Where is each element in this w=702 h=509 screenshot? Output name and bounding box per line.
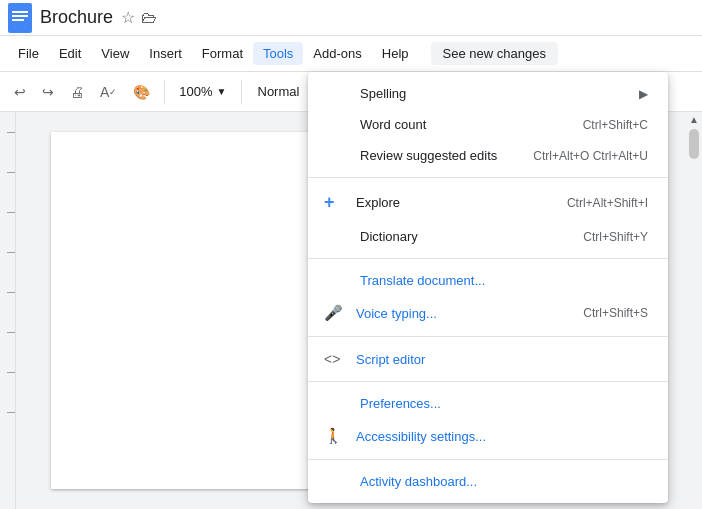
tools-dropdown-menu: Spelling ▶ Word count Ctrl+Shift+C Revie…: [308, 72, 668, 503]
scrollbar-right[interactable]: ▲: [686, 112, 702, 509]
title-icons: ☆ 🗁: [121, 8, 157, 27]
toolbar-separator-2: [241, 80, 242, 104]
spelling-label: Spelling: [360, 86, 639, 101]
menu-bar: File Edit View Insert Format Tools Add-o…: [0, 36, 702, 72]
menu-item-review[interactable]: Review suggested edits Ctrl+Alt+O Ctrl+A…: [308, 140, 668, 171]
see-new-changes-button[interactable]: See new changes: [431, 42, 558, 65]
ruler-mark-8: [7, 412, 15, 413]
review-label: Review suggested edits: [360, 148, 517, 163]
explore-icon: +: [324, 192, 348, 213]
explore-shortcut: Ctrl+Alt+Shift+I: [567, 196, 648, 210]
svg-rect-2: [12, 15, 28, 17]
doc-icon: [8, 3, 32, 33]
star-icon[interactable]: ☆: [121, 8, 135, 27]
menu-help[interactable]: Help: [372, 42, 419, 65]
dictionary-label: Dictionary: [360, 229, 567, 244]
ruler-mark-2: [7, 172, 15, 173]
undo-button[interactable]: ↩: [8, 80, 32, 104]
ruler-mark-6: [7, 332, 15, 333]
menu-edit[interactable]: Edit: [49, 42, 91, 65]
menu-item-script-editor[interactable]: <> Script editor: [308, 343, 668, 375]
activity-dashboard-label: Activity dashboard...: [360, 474, 648, 489]
review-shortcut: Ctrl+Alt+O Ctrl+Alt+U: [533, 149, 648, 163]
toolbar-separator-1: [164, 80, 165, 104]
menu-item-dictionary[interactable]: Dictionary Ctrl+Shift+Y: [308, 221, 668, 252]
document-title: Brochure: [40, 7, 113, 28]
ruler-mark-3: [7, 212, 15, 213]
accessibility-icon: 🚶: [324, 427, 348, 445]
explore-label: Explore: [356, 195, 551, 210]
paint-format-button[interactable]: 🎨: [127, 80, 156, 104]
title-bar: Brochure ☆ 🗁: [0, 0, 702, 36]
menu-file[interactable]: File: [8, 42, 49, 65]
scroll-thumb[interactable]: [689, 129, 699, 159]
word-count-label: Word count: [360, 117, 567, 132]
ruler-mark-4: [7, 252, 15, 253]
accessibility-label: Accessibility settings...: [356, 429, 648, 444]
style-dropdown[interactable]: Normal: [250, 82, 308, 101]
voice-typing-icon: 🎤: [324, 304, 348, 322]
menu-item-explore[interactable]: + Explore Ctrl+Alt+Shift+I: [308, 184, 668, 221]
divider-3: [308, 336, 668, 337]
folder-icon[interactable]: 🗁: [141, 9, 157, 27]
word-count-shortcut: Ctrl+Shift+C: [583, 118, 648, 132]
print-button[interactable]: 🖨: [64, 80, 90, 104]
scroll-up-icon[interactable]: ▲: [687, 112, 701, 127]
svg-rect-1: [12, 11, 28, 13]
menu-insert[interactable]: Insert: [139, 42, 192, 65]
zoom-dropdown[interactable]: 100% ▼: [173, 82, 232, 101]
menu-tools[interactable]: Tools: [253, 42, 303, 65]
zoom-chevron-icon: ▼: [217, 86, 227, 97]
ruler-mark-7: [7, 372, 15, 373]
menu-item-spelling[interactable]: Spelling ▶: [308, 78, 668, 109]
spelling-arrow-icon: ▶: [639, 87, 648, 101]
svg-rect-3: [12, 19, 24, 21]
divider-5: [308, 459, 668, 460]
voice-typing-shortcut: Ctrl+Shift+S: [583, 306, 648, 320]
menu-item-accessibility[interactable]: 🚶 Accessibility settings...: [308, 419, 668, 453]
zoom-value: 100%: [179, 84, 212, 99]
ruler-left: [0, 112, 16, 509]
svg-rect-0: [8, 3, 32, 33]
menu-addons[interactable]: Add-ons: [303, 42, 371, 65]
divider-4: [308, 381, 668, 382]
script-editor-icon: <>: [324, 351, 348, 367]
translate-label: Translate document...: [360, 273, 648, 288]
preferences-label: Preferences...: [360, 396, 648, 411]
menu-view[interactable]: View: [91, 42, 139, 65]
redo-button[interactable]: ↪: [36, 80, 60, 104]
menu-format[interactable]: Format: [192, 42, 253, 65]
ruler-mark-1: [7, 132, 15, 133]
menu-item-word-count[interactable]: Word count Ctrl+Shift+C: [308, 109, 668, 140]
menu-item-voice-typing[interactable]: 🎤 Voice typing... Ctrl+Shift+S: [308, 296, 668, 330]
dictionary-shortcut: Ctrl+Shift+Y: [583, 230, 648, 244]
script-editor-label: Script editor: [356, 352, 648, 367]
menu-item-preferences[interactable]: Preferences...: [308, 388, 668, 419]
ruler-mark-5: [7, 292, 15, 293]
divider-2: [308, 258, 668, 259]
spell-check-button[interactable]: A✓: [94, 80, 123, 104]
divider-1: [308, 177, 668, 178]
style-value: Normal: [258, 84, 300, 99]
menu-item-translate[interactable]: Translate document...: [308, 265, 668, 296]
voice-typing-label: Voice typing...: [356, 306, 567, 321]
menu-item-activity-dashboard[interactable]: Activity dashboard...: [308, 466, 668, 497]
